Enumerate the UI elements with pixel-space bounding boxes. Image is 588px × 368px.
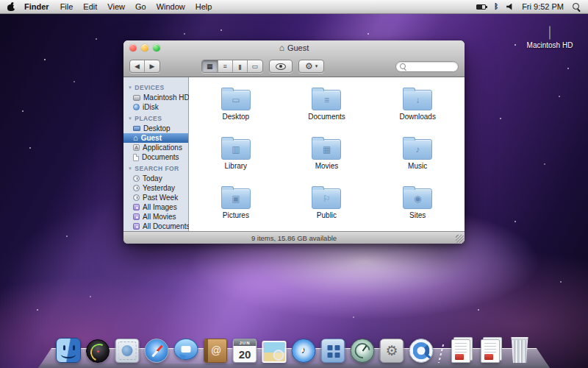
dock-mail-icon[interactable]	[115, 336, 140, 363]
sidebar-item-today[interactable]: Today	[123, 174, 188, 183]
folder-icon: ▣	[221, 188, 251, 209]
menu-go[interactable]: Go	[135, 2, 146, 11]
dock-address-book-icon[interactable]	[203, 336, 228, 363]
icon-view-button[interactable]: ▦	[202, 60, 218, 72]
dock-quicktime-icon[interactable]	[409, 336, 434, 363]
chevron-down-icon: ▾	[315, 63, 318, 69]
dock-pdf-stack-icon[interactable]	[478, 336, 503, 363]
menu-edit[interactable]: Edit	[83, 2, 97, 11]
folder-emblem: ⚐	[312, 189, 340, 208]
sidebar-item-all-movies[interactable]: All Movies	[123, 212, 188, 222]
sidebar-item-label: All Documents	[143, 222, 190, 230]
smart-folder-icon	[133, 204, 140, 210]
ical-day: 20	[234, 346, 257, 363]
status-bar: 9 items, 15.86 GB available	[123, 231, 465, 244]
sidebar-item-all-documents[interactable]: All Documents	[123, 222, 188, 231]
dock-finder-icon[interactable]	[56, 336, 81, 363]
sidebar-item-yesterday[interactable]: Yesterday	[123, 183, 188, 193]
folder-library[interactable]: ▥ Library	[190, 130, 282, 179]
action-menu-button[interactable]: ⚙ ▾	[298, 60, 324, 73]
section-label: PLACES	[135, 115, 162, 122]
dock-ichat-icon[interactable]	[173, 336, 198, 363]
sidebar-item-idisk[interactable]: iDisk	[123, 102, 188, 112]
list-view-button[interactable]: ≡	[218, 60, 233, 72]
sidebar-item-applications[interactable]: Applications	[123, 143, 188, 152]
folder-label: Downloads	[399, 113, 435, 121]
menu-view[interactable]: View	[107, 2, 125, 11]
dock-time-machine-icon[interactable]	[350, 336, 375, 363]
dock-items: JUN 20 ♪ ⚙	[56, 336, 532, 363]
dock-divider	[438, 344, 444, 363]
coverflow-view-button[interactable]: ▭	[248, 60, 263, 72]
smart-folder-icon	[133, 223, 140, 230]
back-button[interactable]: ◀	[130, 60, 145, 72]
folder-icon: ♪	[403, 139, 432, 160]
sidebar-item-past-week[interactable]: Past Week	[123, 193, 188, 202]
folder-public[interactable]: ⚐ Public	[282, 179, 373, 228]
title-bar[interactable]: ⌂ Guest	[123, 40, 465, 55]
apple-menu-icon[interactable]	[7, 2, 15, 12]
section-label: DEVICES	[135, 84, 164, 91]
disclosure-triangle-icon[interactable]: ▼	[128, 85, 132, 90]
disclosure-triangle-icon[interactable]: ▼	[128, 116, 132, 121]
desktop-icon	[133, 126, 140, 131]
folder-movies[interactable]: ▦ Movies	[282, 130, 373, 179]
sidebar-item-desktop[interactable]: Desktop	[123, 124, 188, 133]
menu-bar-clock[interactable]: Fri 9:52 PM	[522, 2, 564, 11]
bluetooth-icon[interactable]: ᛒ	[494, 3, 498, 10]
dock-safari-icon[interactable]	[144, 336, 169, 363]
dock-spaces-icon[interactable]	[320, 336, 345, 363]
battery-icon[interactable]	[476, 4, 486, 10]
dock-system-preferences-icon[interactable]: ⚙	[379, 336, 404, 363]
dock-ical-icon[interactable]: JUN 20	[232, 336, 257, 363]
desktop-icon-macintosh-hd[interactable]: Macintosh HD	[520, 26, 579, 49]
sidebar-section-devices: ▼ DEVICES	[123, 81, 188, 93]
window-header: ⌂ Guest ◀ ▶ ▦ ≡ ||| ▭ ⚙	[123, 40, 465, 77]
dock-documents-stack-icon[interactable]	[448, 336, 473, 363]
search-input[interactable]	[406, 62, 458, 71]
dock-dashboard-icon[interactable]	[85, 336, 110, 363]
folder-label: Sites	[409, 211, 426, 219]
menu-file[interactable]: File	[60, 2, 74, 11]
eye-icon	[276, 63, 286, 70]
menu-window[interactable]: Window	[157, 2, 185, 11]
forward-button[interactable]: ▶	[145, 60, 159, 72]
folder-documents[interactable]: ≡ Documents	[282, 80, 373, 130]
folder-downloads[interactable]: ↓ Downloads	[372, 80, 463, 130]
clock-icon	[133, 194, 140, 201]
section-label: SEARCH FOR	[135, 165, 179, 172]
folder-emblem: ≡	[312, 91, 340, 110]
spotlight-icon[interactable]	[572, 2, 581, 11]
sidebar-item-all-images[interactable]: All Images	[123, 202, 188, 212]
resize-grip[interactable]	[456, 235, 464, 243]
sidebar-section-search-for: ▼ SEARCH FOR	[123, 162, 188, 174]
search-field[interactable]	[395, 61, 459, 72]
folder-emblem: ▭	[222, 91, 250, 110]
folder-music[interactable]: ♪ Music	[372, 130, 463, 179]
music-note-icon: ♪	[301, 344, 306, 355]
dock-trash-icon[interactable]	[507, 336, 532, 363]
folder-icon: ◉	[403, 188, 432, 209]
menu-bar: Finder File Edit View Go Window Help ᛒ F…	[0, 0, 588, 14]
sidebar-item-macintosh-hd[interactable]: Macintosh HD	[123, 93, 188, 102]
disclosure-triangle-icon[interactable]: ▼	[128, 166, 132, 171]
folder-icon: ≡	[312, 90, 341, 110]
menu-help[interactable]: Help	[196, 2, 212, 11]
sidebar-item-guest[interactable]: ⌂ Guest	[123, 133, 188, 143]
idisk-globe-icon	[133, 104, 140, 110]
folder-sites[interactable]: ◉ Sites	[372, 179, 463, 228]
dock-preview-icon[interactable]	[262, 336, 287, 363]
volume-icon[interactable]	[506, 4, 514, 10]
column-view-button[interactable]: |||	[233, 60, 248, 72]
finder-window: ⌂ Guest ◀ ▶ ▦ ≡ ||| ▭ ⚙	[123, 40, 465, 244]
sidebar-item-documents[interactable]: Documents	[123, 152, 188, 162]
sidebar-item-label: Yesterday	[143, 184, 175, 192]
folder-pictures[interactable]: ▣ Pictures	[190, 179, 282, 228]
quick-look-button[interactable]	[269, 60, 293, 73]
sidebar-section-places: ▼ PLACES	[123, 112, 188, 124]
folder-emblem: ↓	[404, 91, 431, 110]
dock-itunes-icon[interactable]: ♪	[291, 336, 316, 363]
folder-desktop[interactable]: ▭ Desktop	[190, 80, 282, 130]
menu-finder[interactable]: Finder	[24, 2, 49, 11]
folder-grid: ▭ Desktop ≡ Documents ↓ Downloads ▥ Libr…	[189, 77, 465, 231]
